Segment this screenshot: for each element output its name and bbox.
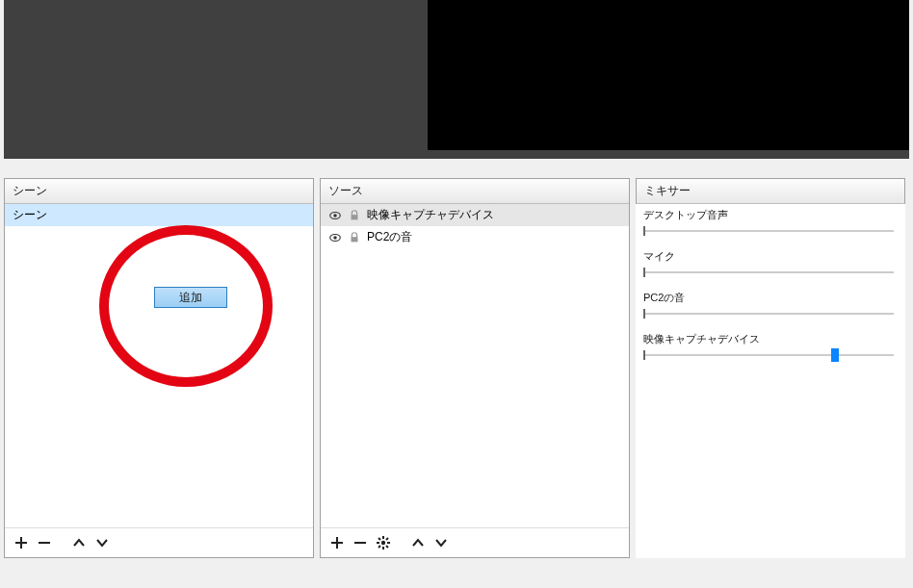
chevron-down-icon [94,535,110,550]
slider-track [643,313,894,315]
source-item-label: 映像キャプチャデバイス [367,207,494,223]
sources-add-button[interactable] [326,532,348,553]
sources-move-up-button[interactable] [407,532,429,553]
source-item-label: PC2の音 [367,229,412,245]
slider-tick [643,309,645,319]
mixer-channel: デスクトップ音声 [636,204,905,245]
minus-icon [352,535,368,550]
scene-list-item[interactable]: シーン [5,204,313,226]
svg-rect-7 [354,542,366,544]
mixer-volume-slider[interactable] [643,307,894,320]
context-menu-add[interactable]: 追加 [154,287,227,308]
svg-line-13 [378,538,380,540]
slider-tick [643,350,645,360]
preview-canvas [428,0,909,150]
preview-area [4,0,909,159]
sources-move-down-button[interactable] [430,532,452,553]
chevron-up-icon [71,535,87,550]
mixer-volume-slider[interactable] [643,348,894,362]
sources-properties-button[interactable] [373,532,394,553]
scenes-move-down-button[interactable] [91,532,113,553]
scenes-panel: シーン シーン 追加 [4,178,314,558]
scenes-panel-title: シーン [5,179,313,204]
svg-line-15 [378,546,380,548]
svg-line-14 [386,546,388,548]
svg-point-8 [381,541,385,545]
statusbar-area [0,571,913,588]
slider-tick [643,226,645,236]
plus-icon [13,535,29,550]
mixer-channel: PC2の音 [636,287,905,328]
scenes-add-button[interactable] [11,532,32,553]
scene-item-label: シーン [13,207,47,223]
scenes-list[interactable]: シーン 追加 [5,204,313,527]
sources-remove-button[interactable] [350,532,371,553]
lock-icon[interactable] [348,231,361,244]
eye-icon[interactable] [328,231,342,244]
mixer-channel-label: PC2の音 [643,291,898,305]
sources-list[interactable]: 映像キャプチャデバイス PC2の音 [321,204,629,527]
svg-line-16 [386,538,388,540]
svg-point-2 [333,214,337,217]
chevron-down-icon [433,535,449,550]
minus-icon [37,535,52,550]
mixer-channel-label: 映像キャプチャデバイス [643,332,898,346]
source-list-item[interactable]: 映像キャプチャデバイス [321,204,629,226]
mixer-channel: マイク [636,245,905,287]
gear-icon [376,535,391,550]
scenes-footer [5,527,313,557]
mixer-channel-label: マイク [643,249,898,264]
lock-icon[interactable] [348,209,361,222]
slider-tick [643,268,645,277]
slider-track [643,271,894,273]
source-list-item[interactable]: PC2の音 [321,226,629,248]
sources-panel-title: ソース [321,179,629,204]
svg-point-5 [333,236,337,240]
chevron-up-icon [410,535,426,550]
mixer-list: デスクトップ音声 マイク PC2の音 [636,204,905,558]
mixer-panel-title: ミキサー [636,178,905,204]
scenes-move-up-button[interactable] [68,532,90,553]
mixer-channel: 映像キャプチャデバイス [636,328,905,370]
slider-track [643,354,894,356]
plus-icon [329,535,345,550]
svg-rect-0 [39,542,50,544]
svg-rect-6 [352,237,358,242]
sources-panel: ソース 映像キャプチャデバイス PC2の音 [320,178,630,558]
mixer-volume-slider[interactable] [643,266,894,279]
mixer-channel-label: デスクトップ音声 [643,208,898,222]
panels-row: シーン シーン 追加 ソース [0,178,913,558]
scenes-remove-button[interactable] [34,532,55,553]
eye-icon[interactable] [328,209,342,222]
sources-footer [321,527,629,557]
slider-thumb[interactable] [831,348,839,362]
slider-track [643,230,894,232]
mixer-panel: ミキサー デスクトップ音声 マイク PC2の音 [636,178,905,558]
context-menu-add-label: 追加 [179,290,202,306]
mixer-volume-slider[interactable] [643,224,894,238]
svg-rect-3 [352,215,358,219]
